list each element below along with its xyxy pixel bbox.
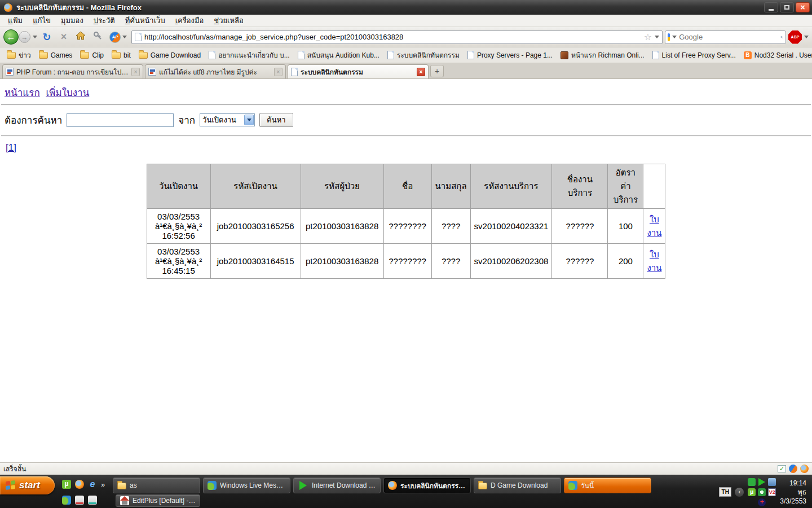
bookmark-item[interactable]: bit [108, 50, 134, 61]
adblock-plus-icon[interactable]: ABP [788, 30, 802, 44]
firefox-status-icon[interactable] [800, 465, 809, 473]
bookmark-item[interactable]: Proxy Servers - Page 1... [464, 49, 556, 61]
select-dropdown-icon[interactable] [244, 115, 254, 125]
bookmark-item[interactable]: อยากแนะนำเกี่ยวกับ บ... [205, 48, 293, 62]
search-keyword-input[interactable] [67, 113, 174, 127]
bookmark-item[interactable]: ระบบคลินิกทันตกรรม [384, 48, 463, 62]
taskbar-button-label: Internet Download M... [312, 481, 376, 489]
taskbar-button-label: ระบบคลินิกทันตกรรม ... [400, 480, 466, 491]
url-input[interactable] [144, 33, 641, 41]
search-submit-button[interactable]: ค้นหา [259, 113, 293, 127]
utorrent-tray-icon[interactable]: µ [748, 488, 756, 496]
menu-item[interactable]: เครื่องมือ [171, 14, 209, 28]
browser-tab[interactable]: แก้ไม่ได้ค่ะ utf8 ภาษาไทย มีรูปค่ะ× [145, 64, 286, 78]
antivirus-tray-icon[interactable] [758, 488, 766, 496]
drive-icon-teal[interactable] [88, 496, 97, 505]
history-dropdown-icon[interactable] [33, 36, 37, 38]
taskbar-button[interactable]: ระบบคลินิกทันตกรรม ... [383, 478, 471, 493]
taskbar-button[interactable]: Internet Download M... [293, 478, 381, 493]
search-magnifier-icon[interactable] [780, 33, 783, 42]
quicklaunch-overflow-chevron[interactable]: » [101, 480, 105, 489]
tab-close-button[interactable]: × [274, 68, 283, 76]
home-button[interactable] [73, 31, 88, 43]
tab-close-button[interactable]: × [131, 68, 140, 76]
menu-item[interactable]: ช่วยเหลือ [209, 14, 248, 28]
bookmark-item[interactable]: สนับสนุน Audition Kub... [294, 48, 383, 62]
bookmark-item[interactable]: List of Free Proxy Serv... [649, 49, 739, 61]
url-dropdown-icon[interactable] [655, 36, 659, 38]
close-button[interactable]: × [796, 2, 810, 12]
utorrent-quicklaunch-icon[interactable]: µ [62, 480, 71, 489]
messenger-tray-icon[interactable] [748, 478, 756, 486]
bookmark-label: Clip [92, 51, 104, 59]
folder-icon [117, 483, 126, 489]
bookmark-star-icon[interactable]: ☆ [644, 33, 652, 42]
reload-button[interactable]: ↻ [39, 31, 54, 43]
bookmark-item[interactable]: Clip [77, 50, 107, 61]
menu-item[interactable]: แฟ้ม [3, 14, 27, 28]
engine-dropdown-icon[interactable] [672, 36, 677, 38]
bookmark-item[interactable]: หน้าแรก Richman Onli... [557, 48, 648, 62]
language-indicator[interactable]: TH [719, 487, 731, 497]
bookmark-item[interactable]: ข่าว [3, 48, 34, 62]
column-header: นามสกุล [431, 164, 470, 209]
job-sheet-link[interactable]: ใบ งาน [647, 214, 661, 238]
taskbar-button[interactable]: EditPlus [Default] - [C... [116, 494, 200, 507]
tab-close-button[interactable]: × [417, 68, 425, 76]
web-search-input[interactable] [679, 33, 778, 41]
bookmark-item[interactable]: Game Download [135, 50, 204, 61]
new-tab-button[interactable]: + [430, 65, 444, 77]
network-tray-icon[interactable] [768, 478, 776, 486]
forward-button[interactable]: → [19, 31, 30, 43]
taskbar-clock[interactable]: 19:14 พุธ 3/3/2553 [780, 479, 809, 506]
taskbar-button[interactable]: วันนี้ [564, 478, 651, 493]
search-from-label: จาก [178, 112, 195, 128]
taskbar-button[interactable]: as [113, 478, 200, 493]
forum-favicon-icon [6, 68, 14, 76]
browser-tab[interactable]: ระบบคลินิกทันตกรรม× [288, 64, 429, 78]
tab-bar: PHP Forum : ถาม-ตอบ การเขียนโปรแกร...×แก… [0, 63, 812, 79]
bookmark-item[interactable]: Games [36, 50, 76, 61]
v2-tray-icon[interactable]: V2 [768, 488, 776, 496]
column-header: ชื่องานบริการ [552, 164, 608, 209]
ap-extension-button[interactable]: AP [107, 30, 129, 44]
table-body: 03/03/2553 à¹€à¸§à¸¥à¸² 16:52:56job20100… [147, 209, 665, 279]
quick-launch-row2 [62, 496, 97, 505]
abp-dropdown-icon[interactable] [804, 36, 809, 38]
add-job-link[interactable]: เพิ่มใบงาน [46, 87, 90, 98]
keyring-button[interactable] [90, 31, 105, 43]
ap-status-icon[interactable] [789, 465, 797, 473]
taskbar-button[interactable]: Windows Live Messen... [203, 478, 290, 493]
menu-item[interactable]: ประวัติ [89, 14, 120, 28]
health-tray-icon[interactable]: + [758, 498, 766, 506]
start-button[interactable]: start [0, 476, 55, 494]
page-1-link[interactable]: [1] [6, 142, 16, 153]
table-cell: sv20100206202308 [470, 244, 552, 279]
location-bar[interactable]: ☆ [131, 30, 663, 44]
stop-button[interactable]: × [56, 31, 71, 43]
home-link[interactable]: หน้าแรก [5, 87, 40, 98]
tray-collapse-chevron[interactable]: ‹ [735, 488, 744, 497]
page-nav-links: หน้าแรก เพิ่มใบงาน [0, 79, 812, 103]
search-field-select[interactable]: วันเปิดงาน [200, 113, 255, 126]
menu-item[interactable]: มุมมอง [56, 14, 88, 28]
restore-button[interactable] [780, 2, 794, 12]
web-search-bar[interactable] [665, 30, 786, 44]
firefox-quicklaunch-icon[interactable] [75, 480, 84, 489]
job-sheet-link[interactable]: ใบ งาน [647, 249, 661, 273]
back-button[interactable]: ← [3, 29, 19, 45]
bookmark-item[interactable]: BNod32 Serial . Userna... [740, 50, 812, 61]
idm-tray-icon[interactable] [758, 478, 765, 486]
drive-icon-red[interactable] [75, 496, 84, 505]
minimize-button[interactable] [764, 2, 778, 12]
table-cell: ???? [431, 209, 470, 244]
browser-tab[interactable]: PHP Forum : ถาม-ตอบ การเขียนโปรแกร...× [2, 64, 143, 78]
menu-item[interactable]: แก้ไข [28, 14, 55, 28]
ie-quicklaunch-icon[interactable]: e [88, 480, 97, 489]
divider [1, 135, 811, 137]
taskbar-button[interactable]: D Game Download [474, 478, 561, 493]
messenger-quicklaunch-icon[interactable] [62, 496, 71, 505]
table-row: 03/03/2553 à¹€à¸§à¸¥à¸² 16:52:56job20100… [147, 209, 665, 244]
menu-item[interactable]: ที่คั่นหน้าเว็บ [121, 14, 170, 28]
update-check-icon[interactable]: ✓ [778, 465, 786, 472]
